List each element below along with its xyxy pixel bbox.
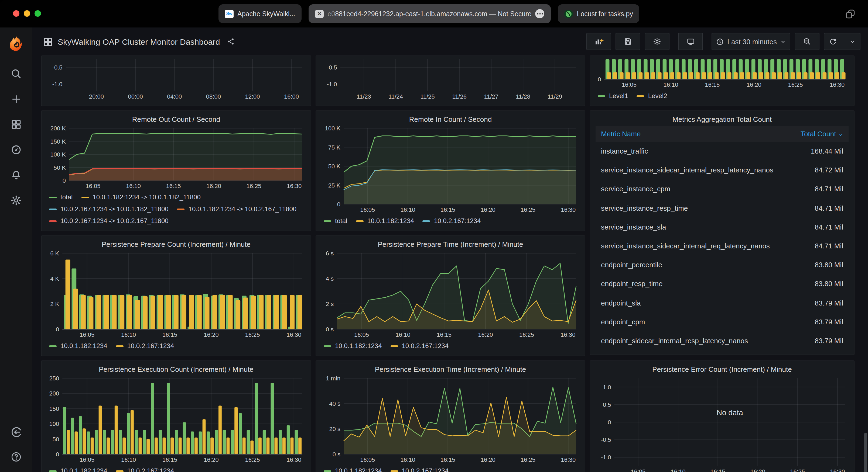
legend-item[interactable]: 10.0.1.182:1234 -> 10.0.2.167_11800: [177, 204, 297, 214]
chart-area[interactable]: 16:0516:1016:1516:2016:2516:302502001501…: [47, 376, 305, 465]
panel-title[interactable]: Persistence Prepare Time (Increment) / M…: [321, 239, 579, 251]
save-dashboard-button[interactable]: [616, 33, 640, 50]
legend-item[interactable]: 10.0.2.167:1234: [116, 466, 174, 472]
refresh-interval-caret[interactable]: [845, 33, 860, 49]
legend-item[interactable]: 10.0.1.182:1234: [49, 466, 107, 472]
cycle-view-mode-button[interactable]: [678, 33, 703, 50]
zoom-out-time-button[interactable]: [795, 33, 819, 50]
tab-more-icon[interactable]: [535, 9, 545, 18]
chart-area[interactable]: 16:0516:1016:1516:2016:2516:30200 K150 K…: [47, 126, 305, 191]
svg-text:16:00: 16:00: [284, 93, 299, 100]
legend-item[interactable]: 10.0.1.182:1234: [324, 466, 382, 472]
chart-legend: Level1Level2: [595, 90, 848, 101]
legend-item[interactable]: total: [324, 215, 347, 226]
chart-area[interactable]: 16:0516:1016:1516:2016:2516:301.00.50-0.…: [595, 376, 848, 472]
svg-text:16:10: 16:10: [121, 331, 136, 338]
grafana-logo[interactable]: [7, 35, 25, 53]
dashboard-settings-button[interactable]: [645, 33, 670, 50]
grafana-sidebar: [0, 28, 32, 472]
svg-text:0: 0: [598, 76, 601, 83]
svg-text:16:10: 16:10: [126, 183, 141, 190]
add-panel-button[interactable]: [586, 33, 611, 50]
tab-locust[interactable]: Locust for tasks.py: [558, 4, 640, 23]
legend-item[interactable]: total: [49, 192, 72, 203]
chart-area[interactable]: 16:0516:1016:1516:2016:2516:306 K4 K2 K0: [47, 251, 305, 339]
tab-elb-amazonaws[interactable]: ✕ e0881eed4-22961232.ap-east-1.elb.amazo…: [309, 4, 551, 23]
close-window-button[interactable]: [13, 10, 20, 17]
svg-text:75 K: 75 K: [328, 144, 341, 151]
svg-text:16:20: 16:20: [204, 457, 219, 463]
column-header-total-count[interactable]: Total Count⌄: [801, 130, 843, 138]
svg-text:50 K: 50 K: [328, 163, 341, 170]
tab-apache-skywalking[interactable]: Sw Apache SkyWalki...: [218, 4, 302, 23]
legend-item[interactable]: 10.0.2.167:1234 -> 10.0.2.167_11800: [49, 215, 168, 226]
panel-title[interactable]: Persistence Prepare Count (Increment) / …: [47, 239, 305, 251]
panel-title[interactable]: Persistence Execution Count (Increment) …: [47, 364, 305, 376]
panel-title[interactable]: Remote In Count / Second: [321, 114, 579, 126]
chart-area[interactable]: 11/2311/2411/2511/2611/2711/2811/29-0.5-…: [321, 57, 579, 101]
legend-item[interactable]: 10.0.2.167:1234: [391, 466, 449, 472]
legend-item[interactable]: 10.0.2.167:1234: [391, 340, 449, 351]
create-plus-icon[interactable]: [10, 93, 23, 106]
dashboards-icon[interactable]: [10, 118, 23, 131]
column-header-metric-name[interactable]: Metric Name: [601, 130, 641, 138]
svg-text:0: 0: [337, 201, 340, 208]
svg-text:16:20: 16:20: [747, 81, 762, 88]
svg-text:50 K: 50 K: [54, 164, 66, 171]
chart-legend: total10.0.1.182:1234 -> 10.0.1.182_11800…: [47, 191, 305, 226]
legend-item[interactable]: 10.0.1.182:1234: [356, 215, 414, 226]
zoom-window-button[interactable]: [34, 10, 41, 17]
svg-text:100 K: 100 K: [51, 151, 66, 158]
tab-overview-icon[interactable]: [844, 8, 856, 20]
alerting-bell-icon[interactable]: [10, 169, 23, 181]
legend-item[interactable]: 10.0.1.182:1234: [49, 340, 107, 351]
panel-title[interactable]: Metrics Aggregation Total Count: [595, 114, 848, 126]
tab-title: e0881eed4-22961232.ap-east-1.elb.amazona…: [328, 10, 531, 18]
panel-cut-top-right: 16:0516:1016:1516:2016:2516:300 Level1Le…: [590, 56, 855, 106]
panel-persistence-execution-count: Persistence Execution Count (Increment) …: [41, 361, 311, 472]
legend-item[interactable]: Level2: [637, 91, 667, 101]
svg-text:16:05: 16:05: [360, 457, 375, 463]
panel-title[interactable]: Persistence Execution Time (Increment) /…: [321, 364, 579, 376]
chart-area[interactable]: 16:0516:1016:1516:2016:2516:30100 K75 K5…: [321, 126, 579, 214]
time-range-picker[interactable]: Last 30 minutes: [712, 33, 790, 50]
svg-text:11/25: 11/25: [420, 93, 435, 100]
configuration-gear-icon[interactable]: [10, 194, 23, 207]
sign-in-icon[interactable]: [10, 426, 23, 439]
chart-area[interactable]: 16:0516:1016:1516:2016:2516:306 s4 s2 s0…: [321, 251, 579, 339]
search-icon[interactable]: [10, 67, 23, 80]
svg-text:1.0: 1.0: [603, 384, 611, 391]
chart-area[interactable]: 16:0516:1016:1516:2016:2516:301 min40 s2…: [321, 376, 579, 465]
svg-text:11/23: 11/23: [356, 93, 371, 100]
panel-title[interactable]: Persistence Error Count (Increment) / Mi…: [595, 364, 848, 376]
help-icon[interactable]: [10, 450, 23, 463]
svg-text:16:30: 16:30: [830, 468, 845, 472]
share-icon[interactable]: [226, 37, 235, 46]
svg-text:2 K: 2 K: [50, 301, 59, 307]
close-tab-icon[interactable]: ✕: [315, 9, 324, 18]
legend-item[interactable]: 10.0.2.167:1234: [116, 340, 174, 351]
refresh-button[interactable]: [824, 33, 842, 49]
svg-text:40 s: 40 s: [329, 400, 340, 407]
svg-text:16:20: 16:20: [206, 183, 221, 190]
svg-text:11/27: 11/27: [484, 93, 498, 100]
legend-item[interactable]: Level1: [598, 91, 628, 101]
legend-item[interactable]: 10.0.1.182:1234 -> 10.0.1.182_11800: [81, 192, 201, 203]
minimize-window-button[interactable]: [24, 10, 30, 17]
chart-area[interactable]: 16:0516:1016:1516:2016:2516:300: [595, 57, 848, 90]
chart-area[interactable]: 20:0000:0004:0008:0012:0016:00-0.5-1.0: [47, 57, 305, 101]
svg-text:16:20: 16:20: [204, 331, 219, 338]
panel-title[interactable]: Remote Out Count / Second: [47, 114, 305, 126]
svg-text:11/24: 11/24: [389, 93, 403, 100]
scrollbar-thumb[interactable]: [864, 433, 867, 472]
legend-item[interactable]: 10.0.2.167:1234 -> 10.0.1.182_11800: [49, 204, 168, 214]
legend-item[interactable]: 10.0.1.182:1234: [324, 340, 382, 351]
svg-text:6 K: 6 K: [50, 251, 59, 257]
svg-text:16:25: 16:25: [245, 331, 260, 338]
dashboard-grid-icon[interactable]: [43, 37, 52, 46]
explore-compass-icon[interactable]: [10, 143, 23, 156]
chart-legend: 10.0.1.182:123410.0.2.167:1234: [321, 465, 579, 472]
svg-text:-1.0: -1.0: [327, 81, 337, 88]
svg-text:-0.5: -0.5: [52, 64, 63, 71]
legend-item[interactable]: 10.0.2.167:1234: [423, 215, 481, 226]
